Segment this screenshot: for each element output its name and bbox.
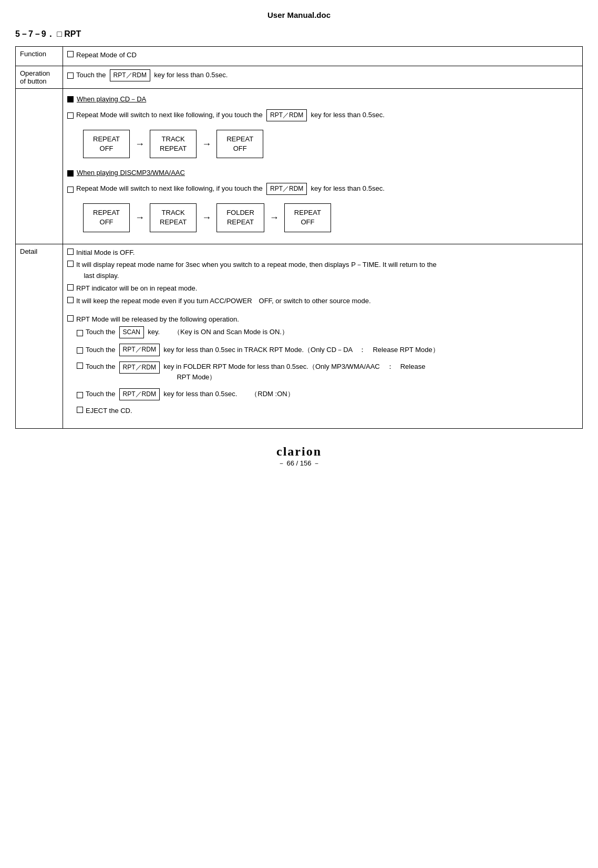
mode-track-repeat-1: TRACKREPEAT: [150, 130, 197, 158]
checkbox-4: [67, 187, 74, 193]
function-label: Function: [16, 47, 63, 66]
function-row: Function Repeat Mode of CD: [16, 47, 583, 66]
section-title: 5－7－9． □ RPT: [15, 29, 583, 40]
footer: clarion － 66 / 156 －: [15, 445, 583, 468]
detail-content: Initial Mode is OFF. It will display rep…: [63, 244, 583, 429]
checkbox-7: [67, 284, 74, 291]
checkbox-1: [67, 51, 74, 57]
arrow-2: →: [202, 137, 211, 152]
detail-item-4: It will keep the repeat mode even if you…: [67, 296, 578, 307]
arrow-5: →: [270, 210, 279, 225]
operation-content: Touch the RPT／RDM key for less than 0.5s…: [63, 66, 583, 88]
filled-square-1: [67, 96, 74, 102]
brand-logo: clarion: [15, 445, 583, 459]
release-item-2: Touch the RPT／RDM key for less than 0.5s…: [77, 344, 578, 356]
doc-title: User Manual.doc: [15, 11, 583, 19]
cd-da-desc: Repeat Mode will switch to next like fol…: [67, 109, 578, 121]
release-header: RPT Mode will be released by the followi…: [67, 314, 578, 325]
disc-mp3-desc: Repeat Mode will switch to next like fol…: [67, 183, 578, 195]
release-items: Touch the SCAN key. （Key is ON and Scan …: [77, 326, 578, 417]
scan-key: SCAN: [119, 326, 144, 338]
detail-item-3: RPT indicator will be on in repeat mode.: [67, 283, 578, 294]
checkbox-5: [67, 249, 74, 255]
mode-repeat-off-4: REPEATOFF: [284, 203, 331, 232]
disc-mp3-header: When playing DISCMP3/WMA/AAC: [67, 168, 578, 179]
rpt-rdm-key-4: RPT／RDM: [119, 344, 160, 356]
mode-repeat-off-3: REPEATOFF: [83, 203, 130, 232]
checkbox-14: [77, 407, 83, 413]
release-item-1: Touch the SCAN key. （Key is ON and Scan …: [77, 326, 578, 338]
content-row: When playing CD－DA Repeat Mode will swit…: [16, 88, 583, 244]
mode-track-repeat-2: TRACKREPEAT: [150, 203, 197, 232]
main-table: Function Repeat Mode of CD Operation of …: [15, 46, 583, 429]
page-number: － 66 / 156 －: [15, 459, 583, 468]
checkbox-9: [67, 315, 74, 322]
content-main: When playing CD－DA Repeat Mode will swit…: [63, 88, 583, 244]
rpt-rdm-key-3: RPT／RDM: [266, 183, 307, 195]
disc-mp3-flow: REPEATOFF → TRACKREPEAT → FOLDERREPEAT →…: [83, 203, 578, 232]
release-item-5: EJECT the CD.: [77, 406, 578, 417]
rpt-rdm-key-5: RPT／RDM: [119, 361, 160, 374]
cd-da-header: When playing CD－DA: [67, 94, 578, 105]
mode-folder-repeat: FOLDERREPEAT: [216, 203, 264, 232]
detail-row: Detail Initial Mode is OFF. It will disp…: [16, 244, 583, 429]
mode-repeat-off-2: REPEATOFF: [216, 130, 263, 158]
release-item-3: Touch the RPT／RDM key in FOLDER RPT Mode…: [77, 361, 578, 384]
rpt-rdm-key-1: RPT／RDM: [110, 69, 150, 81]
checkbox-8: [67, 297, 74, 303]
arrow-3: →: [135, 210, 145, 225]
rpt-rdm-key-2: RPT／RDM: [266, 109, 307, 121]
rpt-rdm-key-6: RPT／RDM: [119, 388, 160, 400]
filled-square-2: [67, 170, 74, 177]
checkbox-12: [77, 363, 83, 369]
detail-item-1: Initial Mode is OFF.: [67, 247, 578, 259]
mode-repeat-off-1: REPEATOFF: [83, 130, 130, 158]
checkbox-6: [67, 261, 74, 267]
checkbox-2: [67, 73, 74, 79]
arrow-1: →: [135, 137, 145, 152]
operation-label: Operation of button: [16, 66, 63, 88]
checkbox-3: [67, 112, 74, 119]
checkbox-10: [77, 330, 83, 336]
arrow-4: →: [202, 210, 211, 225]
checkbox-13: [77, 392, 83, 398]
detail-label: Detail: [16, 244, 63, 429]
content-label-empty: [16, 88, 63, 244]
cd-da-flow: REPEATOFF → TRACKREPEAT → REPEATOFF: [83, 130, 578, 158]
detail-item-2: It will display repeat mode name for 3se…: [67, 260, 578, 282]
operation-row: Operation of button Touch the RPT／RDM ke…: [16, 66, 583, 88]
function-content: Repeat Mode of CD: [63, 47, 583, 66]
checkbox-11: [77, 347, 83, 354]
release-item-4: Touch the RPT／RDM key for less than 0.5s…: [77, 388, 578, 400]
